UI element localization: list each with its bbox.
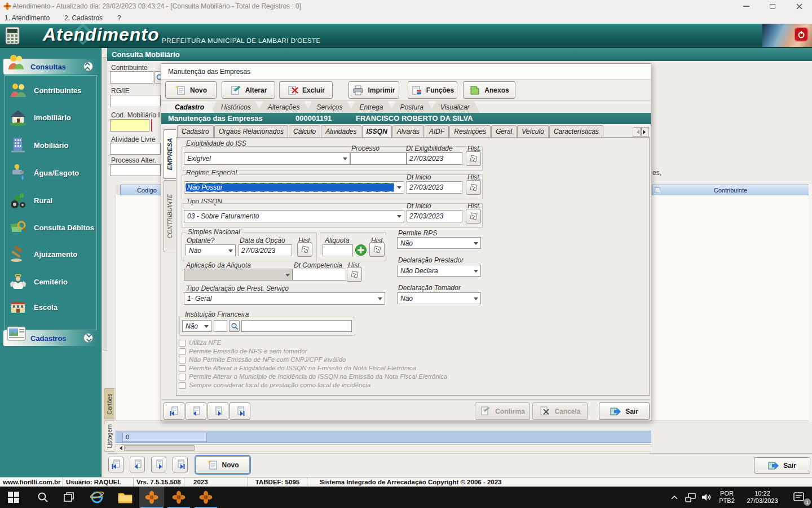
record-first-button[interactable] [108,457,123,472]
network-icon[interactable] [682,487,698,508]
processo-alter-input[interactable] [110,164,161,176]
record-next-button[interactable] [208,402,228,420]
volume-icon[interactable] [698,487,715,508]
excluir-button[interactable]: Excluir [279,81,333,99]
aliquota-input[interactable] [323,244,353,256]
checkbox-alterar-municipio[interactable] [179,374,186,380]
tab-visualizar[interactable]: Visualizar [430,101,480,113]
atividade-livre-input[interactable] [110,143,161,155]
record-last-button[interactable] [173,457,188,472]
dialog-sair-button[interactable]: Sair [599,402,650,420]
scrollbar-thumb[interactable] [124,445,195,451]
horizontal-scrollbar[interactable] [116,444,651,452]
record-last-button[interactable] [230,402,250,420]
collapse-consultas-button[interactable] [83,62,93,71]
sidebar-item-consulta-debitos[interactable]: Consulta Débitos [9,214,97,241]
checkbox-nfse-sem-tomador[interactable] [179,348,186,355]
tab-caracteristicas[interactable]: Características [549,125,603,138]
language-indicator[interactable]: PORPTB2 [715,487,739,508]
tab-calculo[interactable]: Cálculo [289,125,320,138]
hist-exigibilidade-button[interactable] [466,151,481,166]
tab-alvaras[interactable]: Alvarás [392,125,424,138]
sidebar-item-contribuintes[interactable]: Contribuintes [9,77,97,104]
record-next-button[interactable] [151,457,166,472]
sidebar-item-escola[interactable]: Escola [9,294,97,321]
menu-cadastros[interactable]: 2. Cadastros [64,14,103,22]
sidebar-item-mobiliario[interactable]: Mobiliário [9,132,97,159]
tab-atividades[interactable]: Atividades [321,125,361,138]
record-prev-button[interactable] [130,457,145,472]
tab-cadastro[interactable]: Cadastro [165,101,214,113]
instituicao-nome-input[interactable] [241,320,352,332]
expand-cadastros-button[interactable] [83,333,93,343]
sidebar-item-imobiliario[interactable]: Imobiliário [9,104,97,131]
checkbox-utiliza-nfe[interactable] [179,340,186,347]
regime-especial-combo[interactable]: Não Possui [184,181,404,194]
maximize-button[interactable] [764,1,781,11]
imprimir-button[interactable]: Imprimir [348,81,399,99]
checkbox-nfe-cnpj-invalido[interactable] [179,357,186,364]
record-first-button[interactable] [164,402,184,420]
funcoes-button[interactable]: Funções [408,81,457,99]
hist-tipo-button[interactable] [466,209,481,224]
declaracao-tomador-combo[interactable]: Não [397,292,481,304]
cod-mobiliario-input[interactable] [110,119,149,132]
hist-competencia-button[interactable] [347,267,362,282]
dt-inicio-tipo-input[interactable]: 27/03/2023 [407,210,462,222]
tab-contribuinte[interactable]: CONTRIBUINTE [164,180,176,252]
data-opcao-input[interactable]: 27/03/2023 [239,244,292,256]
menu-atendimento[interactable]: 1. Atendimento [5,14,50,22]
sidebar-item-agua-esgoto[interactable]: Água/Esgoto [9,159,97,186]
instituicao-search-button[interactable] [229,320,240,332]
tab-cartoes[interactable]: Cartões [104,388,114,419]
rgie-input[interactable] [110,95,161,107]
declaracao-prestador-combo[interactable]: Não Declara [397,265,481,277]
taskbar-search-button[interactable] [32,487,54,508]
exigibilidade-combo[interactable]: Exigível [184,152,350,165]
tab-listagem[interactable]: Listagem [104,421,114,452]
cancela-button[interactable]: Cancela [532,402,588,420]
close-button[interactable] [791,1,807,11]
tab-cadastro-inner[interactable]: Cadastro [177,125,214,138]
app-window-2[interactable] [166,487,191,508]
tab-scroll-left[interactable] [633,127,641,137]
menu-help[interactable]: ? [117,14,121,22]
tipo-issqn-combo[interactable]: 03 - Sobre Faturamento [184,210,404,222]
tab-veiculo[interactable]: Veículo [517,125,549,138]
clock[interactable]: 10:2227/03/2023 [739,487,786,508]
tab-restricoes[interactable]: Restrições [449,125,491,138]
power-icon[interactable] [794,27,809,42]
alterar-button[interactable]: Alterar [222,81,275,99]
tab-servicos[interactable]: Serviços [306,101,352,113]
confirma-button[interactable]: Confirma [475,402,530,420]
minimize-button[interactable] [738,1,754,11]
instituicao-combo[interactable]: Não [182,320,211,332]
file-explorer-button[interactable] [113,487,138,508]
dt-inicio-regime-input[interactable]: 27/03/2023 [407,181,462,194]
processo-input[interactable] [350,152,407,165]
dt-exigibilidade-input[interactable]: 27/03/2023 [407,152,462,165]
add-aliquota-button[interactable] [355,244,367,259]
tab-aidf[interactable]: AIDF [425,125,449,138]
anexos-button[interactable]: Anexos [463,81,515,99]
hist-simples-button[interactable] [297,242,312,257]
start-button[interactable] [2,487,25,508]
tab-geral[interactable]: Geral [491,125,517,138]
contribuinte-input[interactable] [110,71,153,84]
novo-button[interactable]: Novo [196,456,250,474]
grid-column-contribuinte[interactable]: Contribuinte [652,185,809,195]
main-sair-button[interactable]: Sair [754,457,810,474]
notification-center-button[interactable]: 1 [786,487,812,508]
sidebar-item-ajuizamento[interactable]: Ajuizamento [9,240,97,268]
sidebar-item-cemiterio[interactable]: Cemitério [9,268,97,295]
tab-scroll-right[interactable] [641,127,649,137]
task-view-button[interactable] [58,487,80,508]
dt-competencia-input[interactable] [293,269,346,281]
hist-aliquota-button[interactable] [369,242,385,257]
scroll-left-arrow[interactable] [116,445,123,452]
tab-alteracoes[interactable]: Alterações [258,101,310,113]
hist-regime-button[interactable] [466,180,481,195]
sidebar-item-rural[interactable]: Rural [9,187,97,214]
tab-entrega[interactable]: Entrega [349,101,393,113]
checkbox-alterar-exigibilidade[interactable] [179,365,186,372]
